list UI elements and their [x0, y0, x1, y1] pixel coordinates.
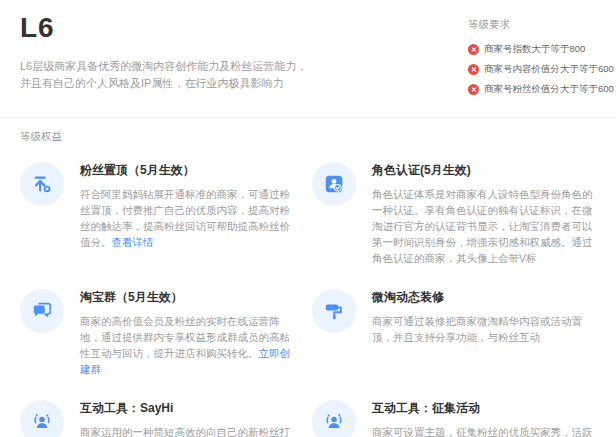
- requirement-label: 商家号内容价值分大于等于600: [484, 63, 614, 76]
- level-benefits-page: L6 L6层级商家具备优秀的微淘内容创作能力及粉丝运营能力，并且有自己的个人风格…: [0, 0, 616, 437]
- requirement-label: 商家号粉丝价值分大于等于600: [484, 83, 614, 96]
- benefit-link[interactable]: 查看详情: [112, 236, 154, 248]
- benefit-item: 微淘动态装修 商家可通过装修把商家微淘精华内容或活动置顶，并且支持分享功能，与粉…: [312, 287, 600, 377]
- benefit-item: 互动工具：SayHi 商家运用的一种简短高效的向自己的新粉丝打招呼的工具: [20, 398, 300, 437]
- benefits-section: 等级权益 粉丝置顶（5月生效） 符合阿里妈妈钻展开通标准的商家，可通过粉丝置顶，…: [0, 118, 616, 437]
- benefit-title: 微淘动态装修: [372, 289, 600, 306]
- announcer-person-icon: [20, 400, 64, 437]
- benefit-title: 互动工具：SayHi: [80, 400, 300, 417]
- benefit-description: 角色认证体系是对商家有人设特色型身份角色的一种认证。享有角色认证的独有认证标识，…: [372, 186, 600, 266]
- benefits-grid: 粉丝置顶（5月生效） 符合阿里妈妈钻展开通标准的商家，可通过粉丝置顶，付费推广自…: [20, 160, 600, 437]
- circle-x-icon: [468, 64, 479, 75]
- benefit-item: 角色认证(5月生效) 角色认证体系是对商家有人设特色型身份角色的一种认证。享有角…: [312, 160, 600, 266]
- benefit-title: 角色认证(5月生效): [372, 162, 600, 179]
- requirement-row: 商家号内容价值分大于等于600: [468, 63, 600, 76]
- chat-bubbles-icon: [20, 289, 64, 333]
- page-header: L6 L6层级商家具备优秀的微淘内容创作能力及粉丝运营能力，并且有自己的个人风格…: [0, 0, 616, 103]
- circle-x-icon: [468, 44, 479, 55]
- benefit-title: 粉丝置顶（5月生效）: [80, 162, 300, 179]
- requirements-list: 商家号指数大于等于800 商家号内容价值分大于等于600 商家号粉丝价值分大于等…: [468, 43, 600, 96]
- benefit-title: 互动工具：征集活动: [372, 400, 600, 417]
- benefits-heading: 等级权益: [20, 130, 600, 144]
- benefit-description: 商家可通过装修把商家微淘精华内容或活动置顶，并且支持分享功能，与粉丝互动: [372, 313, 600, 345]
- benefit-description: 商家可设置主题，征集粉丝的优质买家秀，活跃粉丝: [372, 424, 600, 437]
- benefit-description: 符合阿里妈妈钻展开通标准的商家，可通过粉丝置顶，付费推广自己的优质内容，提高对粉…: [80, 186, 300, 250]
- pin-top-icon: [20, 162, 64, 206]
- level-description: L6层级商家具备优秀的微淘内容创作能力及粉丝运营能力，并且有自己的个人风格及IP…: [20, 58, 310, 92]
- requirement-row: 商家号指数大于等于800: [468, 43, 600, 56]
- benefit-description: 商家运用的一种简短高效的向自己的新粉丝打招呼的工具: [80, 424, 300, 437]
- role-badge-icon: [312, 162, 356, 206]
- circle-x-icon: [468, 84, 479, 95]
- requirements-panel: 等级要求 商家号指数大于等于800 商家号内容价值分大于等于600 商家号粉丝价…: [468, 10, 600, 103]
- announcer-person-icon: [312, 400, 356, 437]
- page-title: L6: [20, 12, 320, 44]
- paint-roller-icon: [312, 289, 356, 333]
- benefit-description: 商家的高价值会员及粉丝的实时在线运营阵地，通过提供群内专享权益形成群成员的高粘性…: [80, 313, 300, 377]
- benefit-title: 淘宝群（5月生效）: [80, 289, 300, 306]
- requirements-heading: 等级要求: [468, 18, 600, 32]
- benefit-item: 粉丝置顶（5月生效） 符合阿里妈妈钻展开通标准的商家，可通过粉丝置顶，付费推广自…: [20, 160, 300, 266]
- requirement-row: 商家号粉丝价值分大于等于600: [468, 83, 600, 96]
- requirement-label: 商家号指数大于等于800: [484, 43, 585, 56]
- benefit-item: 互动工具：征集活动 商家可设置主题，征集粉丝的优质买家秀，活跃粉丝: [312, 398, 600, 437]
- benefit-item: 淘宝群（5月生效） 商家的高价值会员及粉丝的实时在线运营阵地，通过提供群内专享权…: [20, 287, 300, 377]
